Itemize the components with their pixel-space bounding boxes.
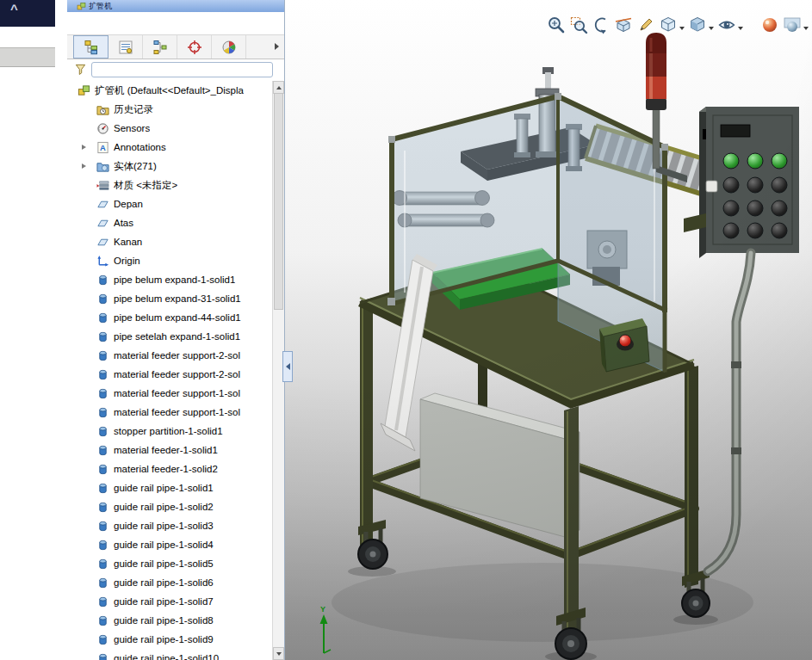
dropdown-caret-icon[interactable] [709, 27, 714, 30]
toolbar-section-view-button[interactable] [613, 15, 634, 35]
tree-item[interactable]: Sensors [67, 119, 273, 138]
tree-item[interactable]: guide rail pipe-1-solid2 [67, 497, 273, 516]
tree-item[interactable]: pipe setelah expand-1-solid1 [67, 327, 273, 346]
tree-item[interactable]: material feeder-1-solid2 [67, 460, 273, 478]
filter-input[interactable] [91, 62, 273, 77]
tree-item[interactable]: pipe belum expand-44-solid1 [67, 308, 273, 327]
panel-titlebar[interactable]: 扩管机 [67, 0, 284, 12]
configurationmanager-tab-icon [152, 40, 168, 55]
tree-item-label: guide rail pipe-1-solid1 [114, 483, 214, 493]
tab-featuremanager[interactable] [73, 35, 108, 59]
tree-item[interactable]: 材质 <未指定> [67, 176, 273, 194]
toolbar-apply-scene-button[interactable] [782, 15, 809, 35]
tree-item-label: guide rail pipe-1-solid2 [114, 502, 214, 512]
tree-item[interactable]: 历史记录 [67, 100, 273, 119]
tree-item[interactable]: stopper partition-1-solid1 [67, 422, 273, 441]
scroll-up-button[interactable] [273, 81, 284, 94]
hide-show-items-icon [717, 15, 736, 34]
scroll-down-button[interactable] [273, 647, 284, 660]
tree-item-label: Sensors [114, 123, 150, 133]
section-view-icon [614, 15, 633, 34]
toolbar-view-orientation-button[interactable] [658, 15, 685, 35]
tree-item[interactable]: guide rail pipe-1-solid5 [67, 554, 273, 573]
tree-filter-row [67, 59, 273, 79]
tree-item[interactable]: material feeder support-2-sol [67, 346, 273, 365]
propertymanager-tab-icon [118, 40, 133, 55]
tree-item[interactable]: Depan [67, 194, 273, 213]
chevron-left-icon [286, 363, 290, 370]
3d-model-pipe-expander-machine[interactable] [284, 0, 812, 660]
tree-item[interactable]: guide rail pipe-1-solid10 [67, 649, 273, 660]
toolbar-edit-appearance-button[interactable] [759, 15, 780, 35]
arrow-down-icon [276, 652, 282, 656]
tabs-overflow-button[interactable] [271, 41, 282, 52]
solid-icon [96, 443, 110, 457]
toolbar-zoom-area-button[interactable] [568, 15, 589, 35]
solid-icon [96, 595, 110, 608]
solid-icon [96, 519, 110, 533]
tree-item-label: Origin [114, 256, 140, 266]
apply-scene-icon [783, 15, 802, 34]
solid-icon [96, 576, 110, 589]
toolbar-annotation-pencil-button[interactable] [635, 15, 656, 35]
plane-icon [96, 235, 110, 249]
background-window-titlebar: ^ [0, 0, 55, 27]
collapse-chevron[interactable]: ^ [10, 2, 18, 16]
tree-item[interactable]: material feeder support-1-sol [67, 403, 273, 422]
dropdown-caret-icon[interactable] [679, 27, 685, 30]
tree-item[interactable]: Atas [67, 213, 273, 232]
tree-item[interactable]: Kanan [67, 232, 273, 251]
solid-icon [96, 462, 110, 476]
expand-arrow[interactable] [77, 145, 90, 150]
tab-configurationmanager[interactable] [143, 35, 177, 59]
toolbar-hide-show-items-button[interactable] [716, 15, 744, 35]
tree-item[interactable]: material feeder-1-solid1 [67, 441, 273, 460]
tree-item[interactable]: AAnnotations [67, 138, 273, 157]
dropdown-caret-icon[interactable] [738, 27, 743, 30]
dropdown-caret-icon[interactable] [803, 27, 809, 30]
panel-collapse-handle[interactable] [282, 351, 293, 382]
toolbar-zoom-fit-button[interactable] [546, 15, 567, 35]
solid-icon [96, 500, 110, 514]
tree-item-label: pipe belum expand-1-solid1 [114, 274, 235, 285]
tab-displaymanager[interactable] [212, 35, 246, 59]
solid-icon [96, 367, 110, 381]
tree-item[interactable]: guide rail pipe-1-solid7 [67, 592, 273, 611]
tree-item[interactable]: pipe belum expand-1-solid1 [67, 270, 273, 289]
heads-up-toolbar [546, 15, 809, 35]
toolbar-previous-view-button[interactable] [591, 15, 611, 35]
tree-item[interactable]: Origin [67, 251, 273, 270]
tree-item-label: material feeder support-2-sol [114, 350, 240, 361]
tree-item[interactable]: guide rail pipe-1-solid8 [67, 611, 273, 630]
graphics-area[interactable]: Y [284, 0, 812, 660]
tree-item[interactable]: guide rail pipe-1-solid6 [67, 573, 273, 592]
tree-item[interactable]: 扩管机 (Default<<Default>_Displa [67, 81, 273, 100]
tree-item-label: guide rail pipe-1-solid4 [114, 540, 214, 550]
tree-item[interactable]: guide rail pipe-1-solid9 [67, 630, 273, 649]
tree-item-label: material feeder-1-solid2 [114, 464, 218, 474]
expand-arrow[interactable] [77, 163, 90, 169]
tree-item[interactable]: guide rail pipe-1-solid3 [67, 516, 273, 535]
tab-dimxpertmanager[interactable] [177, 35, 212, 59]
tree-item[interactable]: material feeder support-1-sol [67, 384, 273, 403]
tree-item-label: guide rail pipe-1-solid8 [114, 615, 214, 626]
tree-item-label: 材质 <未指定> [114, 179, 177, 192]
tree-item[interactable]: 实体(271) [67, 157, 273, 176]
chevron-right-icon [275, 43, 279, 50]
tree-item-label: material feeder support-1-sol [114, 407, 240, 417]
arrow-up-icon [276, 86, 282, 89]
tree-item-label: pipe belum expand-31-solid1 [114, 293, 241, 304]
tree-item-label: guide rail pipe-1-solid9 [114, 634, 214, 645]
tree-item[interactable]: material feeder support-2-sol [67, 365, 273, 384]
tab-propertymanager[interactable] [108, 35, 143, 59]
toolbar-display-style-button[interactable] [687, 15, 715, 35]
tree-item-label: pipe setelah expand-1-solid1 [114, 331, 240, 342]
tree-item[interactable]: guide rail pipe-1-solid1 [67, 478, 273, 497]
solid-icon [96, 632, 110, 646]
panel-title: 扩管机 [89, 1, 112, 12]
filter-funnel-icon[interactable] [74, 63, 87, 76]
tree-item[interactable]: pipe belum expand-31-solid1 [67, 289, 273, 308]
featuremanager-tab-icon [84, 40, 99, 55]
scroll-thumb[interactable] [274, 93, 283, 310]
tree-item[interactable]: guide rail pipe-1-solid4 [67, 535, 273, 554]
